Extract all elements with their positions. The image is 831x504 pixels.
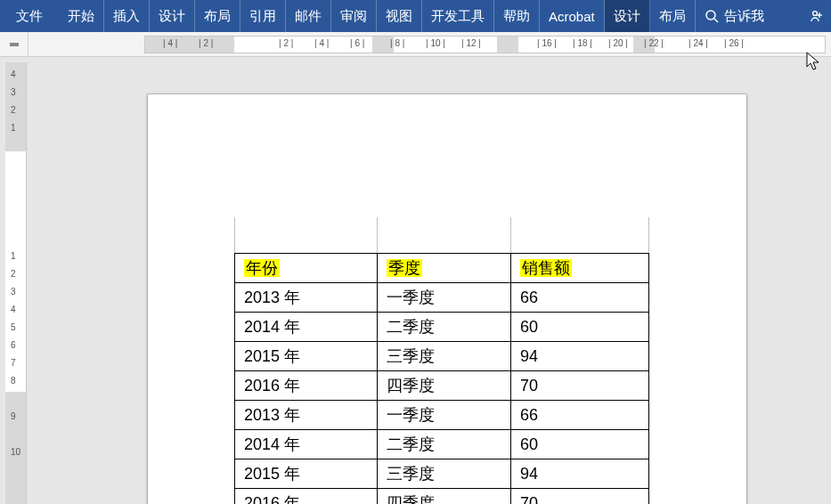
ribbon-tab[interactable]: 帮助 [494, 0, 540, 32]
ruler-tick: | 12 | [461, 38, 481, 48]
svg-line-1 [714, 19, 718, 22]
ruler-tick: | 8 | [390, 38, 404, 48]
ribbon-menu: 文件 开始插入设计布局引用邮件审阅视图开发工具帮助Acrobat设计布局 告诉我 [0, 0, 831, 32]
workspace: 432112345678910 年份 季度 销售额 2013 年一季度66201… [0, 57, 831, 504]
ruler-tick: | 2 | [279, 38, 293, 48]
table-cell[interactable]: 二季度 [378, 313, 511, 342]
ruler-tick: 3 [11, 87, 16, 97]
ruler-tick: | 26 | [724, 38, 744, 48]
page-area[interactable]: 年份 季度 销售额 2013 年一季度662014 年二季度602015 年三季… [27, 57, 831, 504]
ribbon-tab[interactable]: 引用 [240, 0, 286, 32]
table-row[interactable]: 2014 年二季度60 [235, 430, 649, 459]
ribbon-tab[interactable]: 布局 [650, 0, 696, 32]
ruler-tick: 4 [11, 69, 16, 79]
ribbon-tab[interactable]: 设计 [605, 0, 650, 32]
ruler-tick: | 4 | [163, 38, 177, 48]
table-cell[interactable]: 66 [511, 401, 649, 430]
ruler-tick: 1 [11, 251, 16, 261]
table-cell[interactable]: 70 [511, 371, 649, 401]
tell-me-label: 告诉我 [724, 8, 764, 25]
ruler-corner [0, 32, 29, 57]
table-cell[interactable]: 四季度 [378, 371, 511, 401]
ruler-tick: 4 [11, 305, 16, 314]
table-cell[interactable]: 三季度 [378, 342, 511, 371]
table-row[interactable]: 2016 年四季度70 [235, 489, 649, 505]
search-icon [705, 9, 719, 23]
ruler-tick: | 6 | [350, 38, 364, 48]
tell-me-search[interactable]: 告诉我 [696, 0, 773, 32]
table-cell[interactable]: 一季度 [378, 283, 511, 313]
ribbon-tab[interactable]: 审阅 [331, 0, 377, 32]
table-cell[interactable]: 二季度 [378, 430, 511, 459]
table-row[interactable]: 2016 年四季度70 [235, 371, 649, 401]
ruler-shade [145, 37, 234, 53]
ruler-tick: | 10 | [426, 38, 445, 48]
table-cell[interactable]: 2014 年 [235, 313, 378, 342]
share-icon [808, 9, 822, 23]
ruler-tick: 1 [11, 123, 16, 133]
table-cell[interactable]: 四季度 [378, 489, 511, 505]
ribbon-tab[interactable]: Acrobat [540, 0, 605, 32]
ruler-tick: 2 [11, 269, 16, 279]
table-cell[interactable]: 60 [511, 313, 649, 342]
ruler-tick: 5 [11, 322, 16, 332]
share-button[interactable] [799, 0, 831, 32]
table-cell[interactable]: 94 [511, 459, 649, 489]
ribbon-tab[interactable]: 视图 [377, 0, 422, 32]
ruler-tick: 10 [11, 447, 20, 457]
table-cell[interactable]: 三季度 [378, 459, 511, 489]
ruler-tick: 8 [11, 376, 16, 386]
table-cell[interactable]: 2015 年 [235, 459, 378, 489]
table-cell[interactable]: 60 [511, 430, 649, 459]
ruler-row: | 4 || 2 || 2 || 4 || 6 || 8 || 10 || 12… [0, 32, 831, 57]
header-sales[interactable]: 销售额 [511, 254, 649, 283]
ruler-tick: | 20 | [608, 38, 628, 48]
table-cell[interactable]: 94 [511, 342, 649, 371]
table-cell[interactable]: 2016 年 [235, 371, 378, 401]
ruler-tick: | 4 | [314, 38, 329, 48]
ruler-tick: 7 [11, 358, 16, 368]
document-page[interactable]: 年份 季度 销售额 2013 年一季度662014 年二季度602015 年三季… [148, 94, 746, 504]
horizontal-ruler[interactable]: | 4 || 2 || 2 || 4 || 6 || 8 || 10 || 12… [144, 36, 826, 53]
ruler-tick: 9 [11, 411, 16, 421]
table-cell[interactable]: 一季度 [378, 401, 511, 430]
svg-rect-5 [10, 43, 19, 46]
table-cell[interactable]: 70 [511, 489, 649, 505]
table-cell[interactable]: 2014 年 [235, 430, 378, 459]
ribbon-tab[interactable]: 开始 [59, 0, 104, 32]
ruler-tick: | 16 | [537, 38, 557, 48]
ruler-tick: | 24 | [688, 38, 708, 48]
svg-point-2 [813, 12, 818, 16]
table-row[interactable]: 2013 年一季度66 [235, 401, 649, 430]
header-quarter[interactable]: 季度 [378, 254, 511, 283]
ruler-tick: | 2 | [199, 38, 213, 48]
ruler-tick: 3 [11, 287, 16, 297]
table-row[interactable]: 2014 年二季度60 [235, 313, 649, 342]
ribbon-tab[interactable]: 布局 [195, 0, 240, 32]
table-row[interactable]: 2013 年一季度66 [235, 283, 649, 313]
table-cell[interactable]: 2013 年 [235, 283, 378, 313]
ruler-tick: 6 [11, 340, 16, 350]
table-cell[interactable]: 66 [511, 283, 649, 313]
vertical-ruler[interactable]: 432112345678910 [5, 62, 27, 504]
svg-point-0 [706, 11, 715, 20]
table-cell[interactable]: 2016 年 [235, 489, 378, 505]
ruler-tick: | 18 | [573, 38, 592, 48]
table-cell[interactable]: 2015 年 [235, 342, 378, 371]
ruler-shade [497, 37, 518, 53]
ribbon-tab[interactable]: 设计 [150, 0, 195, 32]
data-table[interactable]: 年份 季度 销售额 2013 年一季度662014 年二季度602015 年三季… [234, 253, 649, 504]
ribbon-tab[interactable]: 插入 [104, 0, 150, 32]
header-year[interactable]: 年份 [235, 254, 378, 283]
ruler-tick: 2 [11, 105, 16, 115]
ruler-tick: | 22 | [644, 38, 664, 48]
table-row[interactable]: 2015 年三季度94 [235, 459, 649, 489]
table-cell[interactable]: 2013 年 [235, 401, 378, 430]
table-row[interactable]: 2015 年三季度94 [235, 342, 649, 371]
ribbon-tab[interactable]: 开发工具 [422, 0, 494, 32]
ribbon-tab[interactable]: 邮件 [286, 0, 331, 32]
table-header-row[interactable]: 年份 季度 销售额 [235, 254, 649, 283]
tab-file[interactable]: 文件 [0, 0, 59, 32]
